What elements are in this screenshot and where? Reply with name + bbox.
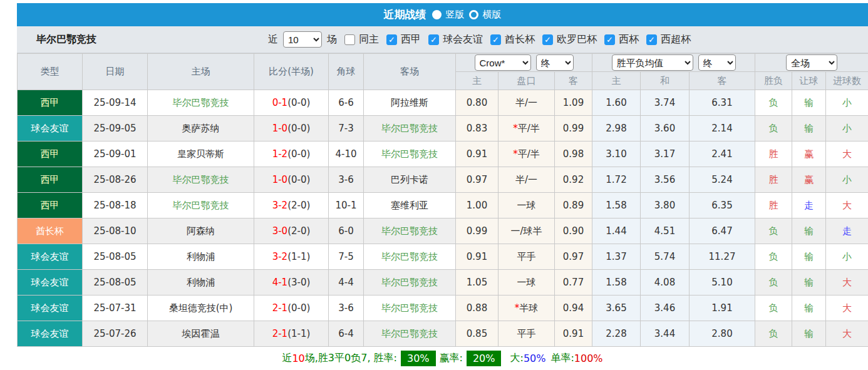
league-checkbox-friendly[interactable] xyxy=(428,34,439,45)
home-team-cell: 阿森纳 xyxy=(148,218,254,244)
avg-home-cell: 1.44 xyxy=(592,218,641,244)
win-loss-cell: 负 xyxy=(755,244,792,270)
vertical-layout-radio[interactable] xyxy=(432,10,442,19)
games-label: 场 xyxy=(327,33,337,46)
away-team-cell: 毕尔巴鄂竞技 xyxy=(364,244,456,270)
date-cell: 25-08-05 xyxy=(83,244,148,270)
title-bar: 近期战绩 竖版 横版 xyxy=(17,3,868,26)
match-row: 球会友谊25-07-31桑坦德竞技(中)2-1(0-0)3-6毕尔巴鄂竞技0.8… xyxy=(18,295,868,321)
horizontal-layout-radio[interactable] xyxy=(469,10,478,19)
away-team-cell: 毕尔巴鄂竞技 xyxy=(364,218,456,244)
league-label-laliga[interactable]: 西甲 xyxy=(401,33,421,46)
corners-cell: 6-0 xyxy=(329,218,364,244)
score-cell: 2-1(0-0) xyxy=(254,295,329,321)
away-odds-cell: 0.89 xyxy=(555,193,592,218)
league-checkbox-supercopa[interactable] xyxy=(646,34,657,45)
scope-select[interactable]: 全场 xyxy=(786,54,837,71)
odds-company-select[interactable]: Crow* xyxy=(475,54,531,71)
away-odds-cell: 0.99 xyxy=(555,116,592,141)
avg-away-cell: 5.24 xyxy=(690,167,755,193)
avg-away-cell: 6.47 xyxy=(690,218,755,244)
home-odds-cell: 0.97 xyxy=(456,167,499,193)
handicap-result-cell: 输 xyxy=(792,244,826,270)
handicap-result-cell: 输 xyxy=(792,90,826,116)
goals-result-cell: 小 xyxy=(826,116,868,141)
same-home-label[interactable]: 同主 xyxy=(359,33,379,46)
handicap-rate-badge: 20% xyxy=(467,351,502,366)
handicap-result-cell: 输 xyxy=(792,321,826,347)
avg-home-cell: 1.60 xyxy=(592,90,641,116)
subcol-handicap: 盘口 xyxy=(499,72,555,90)
avg-draw-cell: 3.74 xyxy=(641,90,690,116)
filters-group: 近 10 场 同主 西甲 球会友谊 酋长杯 欧罗巴杯 西杯 西超杯 xyxy=(268,31,691,48)
league-label-copa[interactable]: 西杯 xyxy=(619,33,639,46)
league-checkbox-europa[interactable] xyxy=(542,34,553,45)
odds-time-select-1[interactable]: 终 xyxy=(536,54,574,71)
corners-cell: 4-4 xyxy=(329,270,364,295)
home-team-cell: 桑坦德竞技(中) xyxy=(148,295,254,321)
results-tbody: 西甲25-09-14毕尔巴鄂竞技0-1(0-0)6-6阿拉维斯0.80半/一1.… xyxy=(18,90,868,347)
subcol-odds-home: 主 xyxy=(456,72,499,90)
corners-cell: 7-5 xyxy=(329,244,364,270)
league-label-friendly[interactable]: 球会友谊 xyxy=(443,33,483,46)
league-checkbox-laliga[interactable] xyxy=(386,34,397,45)
subcol-odds-away: 客 xyxy=(555,72,592,90)
win-rate-badge: 30% xyxy=(401,351,436,366)
competition-type-cell: 球会友谊 xyxy=(18,244,83,270)
summary-near-label: 近 xyxy=(282,352,292,365)
avg-draw-cell: 4.08 xyxy=(641,270,690,295)
league-checkbox-copa[interactable] xyxy=(604,34,615,45)
win-loss-cell: 负 xyxy=(755,321,792,347)
league-label-supercopa[interactable]: 西超杯 xyxy=(661,33,691,46)
win-loss-cell: 胜 xyxy=(755,167,792,193)
away-odds-cell: 0.90 xyxy=(555,218,592,244)
away-odds-cell: 0.94 xyxy=(555,295,592,321)
league-label-emirates-cup[interactable]: 酋长杯 xyxy=(505,33,535,46)
match-row: 西甲25-09-01皇家贝蒂斯1-2(0-0)4-10毕尔巴鄂竞技0.91*平/… xyxy=(18,141,868,167)
same-home-checkbox[interactable] xyxy=(344,34,355,45)
goals-result-cell: 小 xyxy=(826,244,868,270)
goals-result-cell: 小 xyxy=(826,167,868,193)
home-team-cell: 毕尔巴鄂竞技 xyxy=(148,167,254,193)
avg-mode-select[interactable]: 胜平负均值 xyxy=(612,54,693,71)
score-cell: 1-0(0-0) xyxy=(254,116,329,141)
horizontal-layout-label[interactable]: 横版 xyxy=(483,9,502,21)
odds-time-select-2[interactable]: 终 xyxy=(698,54,736,71)
home-odds-cell: 0.91 xyxy=(456,244,499,270)
competition-type-cell: 西甲 xyxy=(18,141,83,167)
avg-home-cell: 3.65 xyxy=(592,295,641,321)
away-team-cell: 塞维利亚 xyxy=(364,193,456,218)
away-odds-cell: 0.91 xyxy=(555,321,592,347)
score-cell: 1-0(0-0) xyxy=(254,167,329,193)
single-rate-value: 100% xyxy=(574,352,603,364)
match-count-select[interactable]: 10 xyxy=(283,31,322,48)
score-cell: 3-0(2-0) xyxy=(254,218,329,244)
corners-cell: 3-6 xyxy=(329,167,364,193)
summary-count: 10 xyxy=(292,352,304,364)
corners-cell: 6-6 xyxy=(329,90,364,116)
home-team-cell: 埃因霍温 xyxy=(148,321,254,347)
recent-results-panel: 近期战绩 竖版 横版 毕尔巴鄂竞技 近 10 场 同主 西甲 球会友谊 酋长杯 … xyxy=(17,3,868,370)
handicap-cell: *平/半 xyxy=(499,116,555,141)
col-header-score: 比分(半场) xyxy=(254,54,329,90)
scope-group-header: 全场 xyxy=(755,54,868,72)
home-team-cell: 毕尔巴鄂竞技 xyxy=(148,90,254,116)
avg-home-cell: 2.28 xyxy=(592,321,641,347)
handicap-cell: *半球 xyxy=(499,295,555,321)
competition-type-cell: 球会友谊 xyxy=(18,295,83,321)
date-cell: 25-08-18 xyxy=(83,193,148,218)
avg-draw-cell: 3.60 xyxy=(641,116,690,141)
home-team-cell: 利物浦 xyxy=(148,244,254,270)
avg-away-cell: 1.91 xyxy=(690,295,755,321)
avg-away-cell: 5.10 xyxy=(690,270,755,295)
match-row: 酋长杯25-08-10阿森纳3-0(2-0)6-0毕尔巴鄂竞技0.99一/球半0… xyxy=(18,218,868,244)
league-checkbox-emirates-cup[interactable] xyxy=(490,34,501,45)
handicap-result-cell: 输 xyxy=(792,270,826,295)
avg-home-cell: 1.72 xyxy=(592,167,641,193)
corners-cell: 7-3 xyxy=(329,116,364,141)
home-odds-cell: 0.99 xyxy=(456,218,499,244)
near-label: 近 xyxy=(268,33,278,46)
league-label-europa[interactable]: 欧罗巴杯 xyxy=(557,33,597,46)
handicap-result-cell: 赢 xyxy=(792,167,826,193)
vertical-layout-label[interactable]: 竖版 xyxy=(446,9,465,21)
